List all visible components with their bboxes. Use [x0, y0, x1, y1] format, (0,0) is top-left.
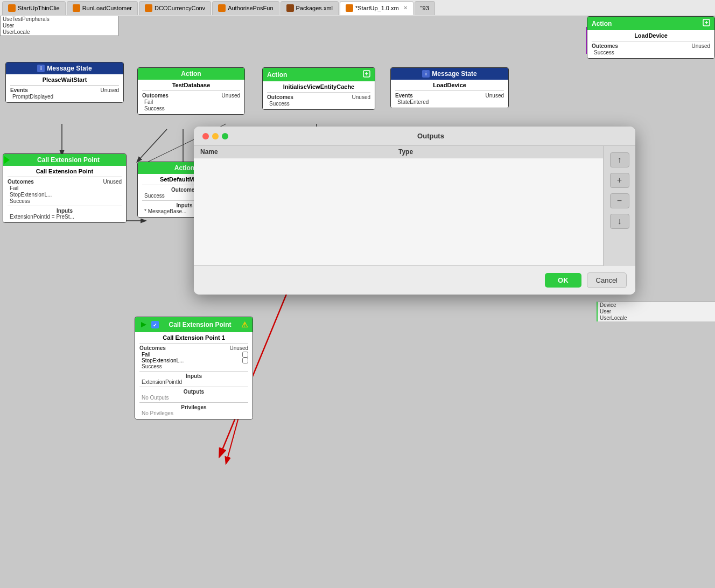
cancel-button[interactable]: Cancel	[587, 272, 627, 288]
call-ext-1-body: Call Extension Point Outcomes Unused Fai…	[3, 166, 126, 222]
message-state-1-header: i Message State	[6, 62, 123, 74]
message-state-icon: i	[37, 65, 45, 72]
action-1-body: TestDatabase Outcomes Unused Fail Succes…	[138, 80, 244, 114]
action-2-header: Action	[263, 68, 375, 81]
svg-rect-3	[218, 4, 226, 12]
call-ext-2-node[interactable]: ✓ Call Extension Point ⚠ Call Extension …	[135, 317, 253, 419]
svg-rect-1	[73, 4, 80, 12]
remove-button[interactable]: −	[610, 193, 629, 208]
col-type-header: Type	[398, 148, 597, 156]
message-state-1-body: PleaseWaitStart Events Unused PromptDisp…	[6, 74, 123, 102]
call-ext-1-header: Call Extension Point	[3, 154, 126, 166]
message-state-1-node[interactable]: i Message State PleaseWaitStart Events U…	[5, 62, 124, 103]
message-state-2-node[interactable]: i Message State LoadDevice Events Unused…	[390, 67, 509, 108]
canvas: UseTestPeripherals User UserLocale i Mes…	[0, 16, 715, 588]
right-item-1: Device	[598, 302, 715, 308]
move-down-button[interactable]: ↓	[610, 214, 629, 229]
minimize-traffic-light[interactable]	[212, 133, 219, 139]
dialog-footer: OK Cancel	[194, 266, 635, 295]
call-ext-1-arrow-icon	[3, 154, 12, 166]
action-3-icon	[703, 19, 710, 28]
svg-rect-4	[286, 4, 294, 12]
right-panel-top: Device User UserLocale	[597, 302, 715, 321]
action-1-header: Action	[138, 68, 244, 80]
svg-marker-23	[141, 322, 146, 327]
message-state-2-header: i Message State	[391, 68, 508, 80]
fullscreen-traffic-light[interactable]	[222, 133, 228, 139]
call-ext-1-node[interactable]: Call Extension Point Call Extension Poin…	[3, 153, 127, 223]
close-traffic-light[interactable]	[202, 133, 209, 139]
tab-DCCCurrencyConv[interactable]: DCCCurrencyConv	[139, 1, 211, 15]
dialog-titlebar: Outputs	[194, 127, 635, 146]
call-ext-2-body: Call Extension Point 1 Outcomes Unused F…	[135, 332, 253, 419]
svg-line-13	[137, 129, 167, 162]
top-item-1: UseTestPeripherals	[1, 16, 118, 22]
dialog-title: Outputs	[235, 132, 627, 140]
tab-Packages[interactable]: Packages.xml	[281, 1, 339, 15]
add-button[interactable]: +	[610, 173, 629, 188]
call-ext-2-header: ✓ Call Extension Point ⚠	[135, 317, 253, 332]
top-item-3: UserLocale	[1, 29, 118, 35]
tab-bar: StartUpThinClie RunLoadCustomer DCCCurre…	[0, 0, 715, 16]
ok-button[interactable]: OK	[545, 273, 581, 288]
dialog-sidebar: ↑ + − ↓	[603, 146, 635, 266]
tab-close-icon[interactable]: ✕	[403, 5, 408, 11]
call-ext-2-arrow-icon: ✓	[139, 319, 159, 330]
action-3-node[interactable]: Action LoadDevice Outcomes Unused Succes…	[587, 16, 715, 59]
action-3-header: Action	[587, 17, 714, 30]
call-ext-2-warning-icon: ⚠	[241, 320, 248, 329]
tab-AuthorisePosFun[interactable]: AuthorisePosFun	[212, 1, 279, 15]
tab-StartUp-active[interactable]: *StartUp_1.0.xm ✕	[340, 1, 413, 15]
outcome1-checkbox[interactable]	[242, 352, 248, 358]
tab-overflow[interactable]: "93	[415, 1, 435, 15]
top-item-2: User	[1, 23, 118, 29]
message-state-2-body: LoadDevice Events Unused StateEntered	[391, 80, 508, 108]
top-left-items: UseTestPeripherals User UserLocale	[0, 16, 118, 36]
svg-rect-2	[145, 4, 152, 12]
right-item-3: UserLocale	[598, 315, 715, 321]
svg-rect-0	[8, 4, 16, 12]
move-up-button[interactable]: ↑	[610, 152, 629, 167]
action-2-icon	[363, 70, 370, 79]
svg-rect-5	[346, 4, 353, 12]
svg-marker-22	[4, 156, 10, 164]
message-state-1-title: PleaseWaitStart	[10, 76, 119, 83]
dialog-table-header: Name Type	[194, 146, 603, 158]
tab-RunLoadCustomer[interactable]: RunLoadCustomer	[67, 1, 138, 15]
action-1-node[interactable]: Action TestDatabase Outcomes Unused Fail…	[137, 67, 245, 115]
dialog-table-body	[194, 158, 603, 266]
col-name-header: Name	[200, 148, 398, 156]
svg-text:✓: ✓	[153, 323, 157, 328]
action-2-body: InitialiseViewEntityCache Outcomes Unuse…	[263, 81, 375, 109]
tab-StartUpThinClie[interactable]: StartUpThinClie	[2, 1, 66, 15]
message-state-2-icon: i	[422, 70, 430, 78]
action-3-body: LoadDevice Outcomes Unused Success	[587, 30, 714, 58]
action-2-node[interactable]: Action InitialiseViewEntityCache Outcome…	[262, 67, 375, 110]
right-item-2: User	[598, 309, 715, 314]
traffic-lights	[202, 133, 228, 139]
outcome2-checkbox[interactable]	[242, 358, 248, 363]
outputs-dialog[interactable]: Outputs Name Type ↑ + − ↓ OK	[194, 127, 635, 295]
